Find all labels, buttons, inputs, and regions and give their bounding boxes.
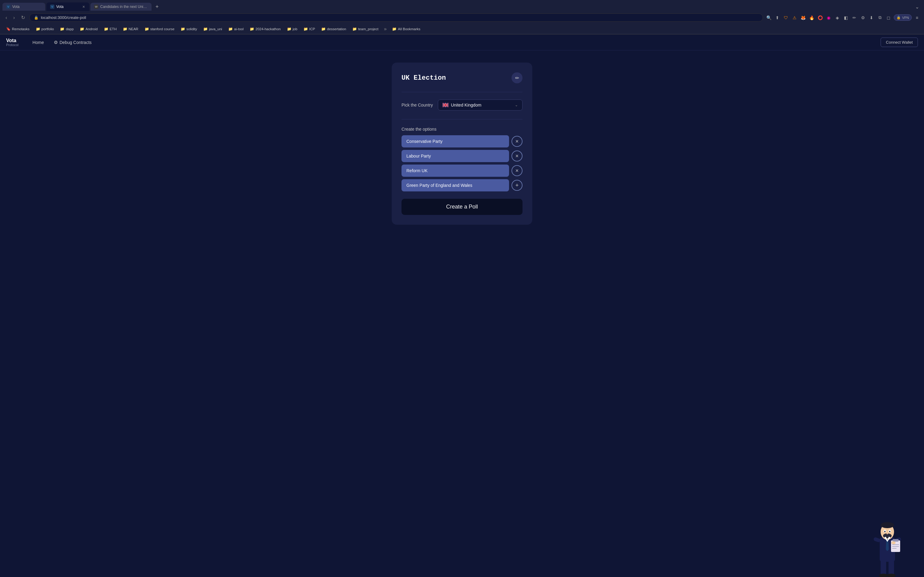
svg-point-3	[880, 522, 894, 528]
share-icon[interactable]: ⬆	[774, 15, 781, 21]
extensions-icon[interactable]: ⚙	[859, 15, 866, 21]
option-input-1[interactable]	[402, 135, 509, 147]
remove-icon-2: ×	[515, 153, 519, 160]
tab-title-1: Vota	[12, 5, 42, 9]
all-bookmarks-icon: 📁	[392, 27, 397, 31]
stanford-folder-icon: 📁	[145, 27, 149, 31]
bookmark-portfolio[interactable]: 📁 portfolio	[33, 26, 57, 32]
menu-icon[interactable]: ≡	[914, 15, 920, 21]
extension-fire-icon[interactable]: 🔥	[808, 15, 815, 21]
url-bar[interactable]: 🔒 localhost:3000/create-poll	[29, 13, 763, 22]
app-logo: Vota Protocol	[6, 38, 18, 47]
wallet-icon[interactable]: ◻	[885, 15, 892, 21]
browser-tab-1[interactable]: V Vota	[2, 3, 45, 11]
bookmark-remotasks-label: Remotasks	[12, 27, 30, 31]
selected-country-text: United Kingdom	[451, 103, 481, 108]
brave-rewards-icon[interactable]: ⚠	[791, 15, 798, 21]
create-poll-button[interactable]: Create a Poll	[402, 199, 522, 215]
bookmark-near-label: NEAR	[129, 27, 139, 31]
add-option-button[interactable]: +	[512, 180, 522, 191]
tab-expand-button[interactable]: ⌄	[913, 3, 922, 11]
bookmark-solidity[interactable]: 📁 solidity	[178, 26, 200, 32]
bookmarks-more-button[interactable]: »	[382, 25, 388, 33]
debug-link-text: Debug Contracts	[60, 40, 92, 45]
bookmarks-bar: 🔖 Remotasks 📁 portfolio 📁 dapp 📁 Android…	[0, 24, 924, 34]
remove-option-3-button[interactable]: ×	[512, 165, 522, 176]
bookmark-team-project[interactable]: 📁 team_project	[350, 26, 381, 32]
bookmark-near[interactable]: 📁 NEAR	[120, 26, 141, 32]
edit-title-button[interactable]: ✏	[512, 73, 522, 83]
bookmark-dessertation-label: dessertation	[327, 27, 346, 31]
bookmark-hackathon[interactable]: 📁 2024-hackathon	[247, 26, 283, 32]
bookmark-android[interactable]: 📁 Android	[77, 26, 100, 32]
tab-title-3: Candidates in the next United Kin...	[100, 5, 148, 9]
bookmark-android-label: Android	[86, 27, 98, 31]
bookmark-job-label: job	[293, 27, 297, 31]
svg-rect-15	[888, 560, 894, 575]
pen-icon[interactable]: ✏	[851, 15, 858, 21]
divider	[402, 92, 522, 92]
tab-title-2: Vota	[56, 5, 80, 9]
bookmark-portfolio-label: portfolio	[42, 27, 54, 31]
bookmark-stanford-label: stanford course	[150, 27, 174, 31]
mascot-character	[869, 510, 906, 571]
vpn-label: VPN	[902, 16, 909, 19]
vpn-badge[interactable]: 🔒 VPN	[894, 15, 912, 21]
bookmark-job[interactable]: 📁 job	[284, 26, 300, 32]
option-row-2: ×	[402, 150, 522, 162]
option-row-3: ×	[402, 164, 522, 177]
icp-folder-icon: 📁	[304, 27, 308, 31]
svg-point-23	[891, 541, 896, 544]
options-section: Create the options × × ×	[402, 127, 522, 192]
brave-shield-icon[interactable]: 🛡	[782, 15, 789, 21]
bookmark-dapp[interactable]: 📁 dapp	[57, 26, 76, 32]
home-link[interactable]: Home	[27, 34, 48, 50]
svg-rect-14	[880, 560, 886, 575]
sidebar-icon[interactable]: ⧉	[877, 15, 884, 21]
extension-brave-icon[interactable]: ◉	[825, 15, 832, 21]
bookmark-stanford[interactable]: 📁 stanford course	[142, 26, 177, 32]
dapp-folder-icon: 📁	[60, 27, 65, 31]
team-project-folder-icon: 📁	[352, 27, 357, 31]
tab-close-2[interactable]: ×	[82, 4, 86, 9]
tab-favicon-2: V	[50, 5, 54, 9]
hackathon-folder-icon: 📁	[250, 27, 254, 31]
remove-option-1-button[interactable]: ×	[512, 136, 522, 147]
connect-wallet-button[interactable]: Connect Wallet	[880, 37, 918, 47]
poll-title: UK Election	[402, 74, 446, 82]
extension-app2-icon[interactable]: ◧	[842, 15, 849, 21]
option-input-2[interactable]	[402, 150, 509, 162]
connect-wallet-label: Connect Wallet	[886, 40, 913, 45]
java-folder-icon: 📁	[203, 27, 208, 31]
app-logo-name: Vota	[6, 38, 18, 44]
browser-tab-2[interactable]: V Vota ×	[47, 2, 89, 11]
bookmark-all[interactable]: 📁 All Bookmarks	[389, 26, 423, 32]
debug-contracts-link[interactable]: ⚙ Debug Contracts	[49, 34, 97, 50]
reload-button[interactable]: ↻	[19, 13, 27, 22]
download-icon[interactable]: ⬇	[868, 15, 875, 21]
svg-rect-10	[893, 539, 899, 542]
forward-button[interactable]: ›	[11, 14, 16, 22]
browser-chrome: V Vota V Vota × W Candidates in the next…	[0, 0, 924, 34]
option-input-4[interactable]	[402, 179, 509, 192]
bookmark-dessertation[interactable]: 📁 dessertation	[319, 26, 349, 32]
bookmark-hackathon-label: 2024-hackathon	[255, 27, 281, 31]
browser-tab-3[interactable]: W Candidates in the next United Kin...	[90, 3, 152, 11]
bookmark-java-uni[interactable]: 📁 java_uni	[201, 26, 225, 32]
search-toolbar-icon[interactable]: 🔍	[766, 15, 772, 21]
uk-flag-icon	[443, 103, 449, 107]
remotasks-icon: 🔖	[6, 27, 11, 31]
bookmark-icp[interactable]: 📁 ICP	[301, 26, 317, 32]
new-tab-button[interactable]: +	[153, 2, 162, 11]
country-select[interactable]: United Kingdom ⌄	[438, 100, 522, 111]
bookmark-ai-tool[interactable]: 📁 ai-tool	[226, 26, 246, 32]
remove-option-2-button[interactable]: ×	[512, 150, 522, 161]
mascot-svg	[869, 510, 906, 577]
back-button[interactable]: ‹	[4, 14, 9, 22]
extension-app1-icon[interactable]: ◈	[834, 15, 841, 21]
bookmark-remotasks[interactable]: 🔖 Remotasks	[4, 26, 32, 32]
option-input-3[interactable]	[402, 164, 509, 177]
extension-fox-icon[interactable]: 🦊	[800, 15, 806, 21]
extension-circle-icon[interactable]: ⭕	[817, 15, 824, 21]
bookmark-eth[interactable]: 📁 ETH	[102, 26, 119, 32]
